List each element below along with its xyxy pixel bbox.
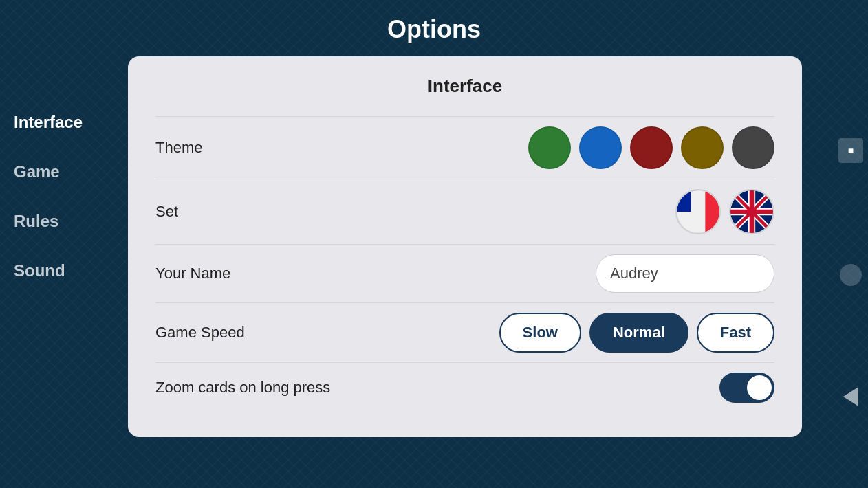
theme-red[interactable] [630,126,673,169]
main-layout: Interface Game Rules Sound Interface The… [0,56,868,488]
panel-title: Interface [155,76,774,97]
zoom-control [719,373,774,403]
speed-normal-button[interactable]: Normal [589,313,688,353]
your-name-row: Your Name [155,244,774,302]
speed-slow-button[interactable]: Slow [499,313,581,353]
content-area: Interface Theme Set [110,56,834,488]
your-name-label: Your Name [155,265,307,282]
speed-control: Slow Normal Fast [499,313,774,353]
right-controls: ■ [834,56,868,488]
theme-green[interactable] [528,126,571,169]
set-row: Set [155,179,774,244]
sidebar-item-game[interactable]: Game [0,147,110,197]
theme-row: Theme [155,116,774,179]
speed-fast-button[interactable]: Fast [697,313,774,353]
back-button[interactable] [843,387,858,406]
theme-blue[interactable] [579,126,622,169]
name-input[interactable] [596,254,774,293]
page-title: Options [0,15,868,44]
set-label: Set [155,203,307,221]
zoom-row: Zoom cards on long press [155,362,774,412]
theme-olive[interactable] [681,126,724,169]
sidebar-item-sound[interactable]: Sound [0,246,110,296]
sidebar-item-interface[interactable]: Interface [0,98,110,147]
zoom-toggle[interactable] [719,373,774,403]
svg-rect-1 [691,190,706,233]
theme-dark[interactable] [732,126,774,169]
square-icon: ■ [848,145,854,156]
theme-control [528,126,774,169]
game-speed-label: Game Speed [155,324,307,342]
circle-button[interactable] [840,264,862,286]
name-control [596,254,774,293]
game-speed-row: Game Speed Slow Normal Fast [155,302,774,362]
theme-label: Theme [155,139,307,157]
sidebar-item-rules[interactable]: Rules [0,197,110,246]
toggle-knob [747,375,772,400]
set-control [675,189,774,234]
flag-uk[interactable] [729,189,774,234]
zoom-label: Zoom cards on long press [155,379,330,397]
options-panel: Interface Theme Set [128,56,802,437]
square-button[interactable]: ■ [838,138,863,163]
sidebar: Interface Game Rules Sound [0,56,110,488]
flag-french[interactable] [675,189,721,234]
